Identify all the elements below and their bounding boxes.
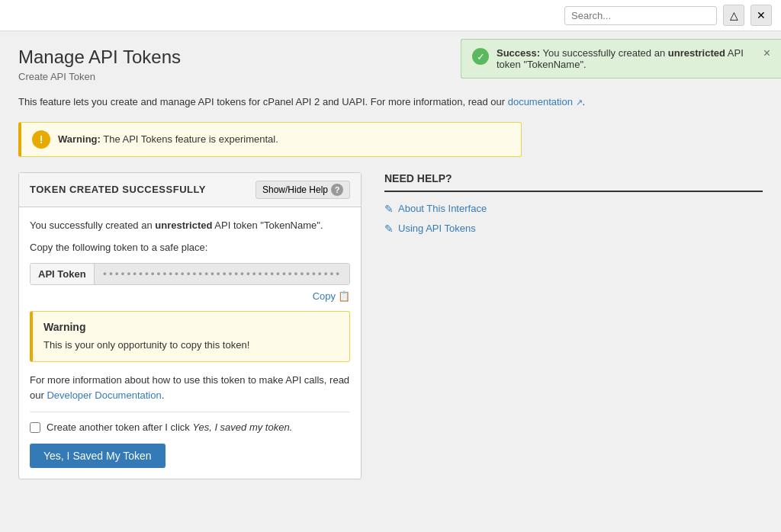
dev-doc-text: For more information about how to use th… — [30, 373, 350, 402]
copy-link[interactable]: Copy 📋 — [313, 290, 350, 302]
back-button[interactable]: △ — [723, 5, 744, 26]
dev-doc-link[interactable]: Developer Documentation — [47, 389, 161, 401]
about-link-label: About This Interface — [398, 203, 487, 214]
sidebar-link-using[interactable]: ✎ Using API Tokens — [384, 223, 763, 235]
divider — [30, 412, 350, 412]
card-header-title: TOKEN CREATED SUCCESSFULLY — [30, 184, 206, 195]
inner-warning-title: Warning — [43, 321, 339, 333]
warning-banner: ! Warning: The API Tokens feature is exp… — [18, 122, 522, 157]
inner-warning-text: This is your only opportunity to copy th… — [43, 338, 339, 353]
sidebar: NEED HELP? ✎ About This Interface ✎ Usin… — [384, 172, 763, 242]
sidebar-title: NEED HELP? — [384, 172, 763, 192]
success-banner: ✓ Success: You successfully created an u… — [461, 39, 781, 79]
main-content: ✓ Success: You successfully created an u… — [0, 31, 781, 495]
documentation-link[interactable]: documentation ↗ — [508, 96, 583, 107]
token-card: TOKEN CREATED SUCCESSFULLY Show/Hide Hel… — [18, 172, 362, 480]
checkbox-label[interactable]: Create another token after I click Yes, … — [47, 421, 292, 433]
two-column-layout: TOKEN CREATED SUCCESSFULLY Show/Hide Hel… — [18, 172, 763, 480]
using-link-label: Using API Tokens — [398, 223, 476, 234]
create-another-checkbox[interactable] — [30, 422, 40, 433]
page-description: This feature lets you create and manage … — [18, 95, 763, 110]
show-hide-help-button[interactable]: Show/Hide Help ? — [256, 181, 350, 199]
save-token-button[interactable]: Yes, I Saved My Token — [30, 444, 166, 468]
card-body: You successfully created an unrestricted… — [19, 207, 361, 479]
token-value-input[interactable] — [95, 264, 349, 284]
using-link-icon: ✎ — [384, 223, 394, 235]
search-input[interactable] — [564, 6, 717, 25]
token-label: API Token — [31, 264, 95, 284]
inner-warning: Warning This is your only opportunity to… — [30, 311, 350, 363]
checkbox-row: Create another token after I click Yes, … — [30, 421, 350, 433]
close-button[interactable]: ✕ — [750, 5, 772, 26]
external-link-icon: ↗ — [576, 98, 583, 107]
token-success-text: You successfully created an unrestricted… — [30, 218, 350, 233]
success-icon: ✓ — [472, 48, 489, 65]
card-header: TOKEN CREATED SUCCESSFULLY Show/Hide Hel… — [19, 173, 361, 207]
copy-instruction: Copy the following token to a safe place… — [30, 240, 350, 255]
help-icon: ? — [331, 184, 343, 196]
success-message: Success: You successfully created an unr… — [497, 47, 756, 70]
copy-link-container: Copy 📋 — [30, 290, 350, 302]
top-bar: △ ✕ — [0, 0, 781, 31]
warning-icon: ! — [32, 130, 50, 149]
about-link-icon: ✎ — [384, 203, 394, 215]
token-row: API Token — [30, 263, 350, 285]
success-close-button[interactable]: × — [763, 47, 770, 59]
copy-icon: 📋 — [338, 290, 350, 302]
warning-text: Warning: The API Tokens feature is exper… — [58, 133, 278, 145]
sidebar-link-about[interactable]: ✎ About This Interface — [384, 203, 763, 215]
